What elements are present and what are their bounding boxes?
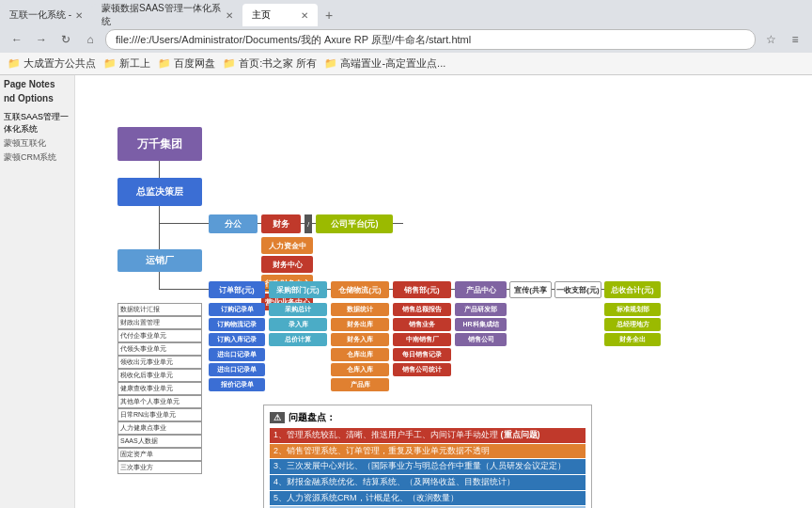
box-caiwu: 财务: [261, 214, 301, 233]
url-box[interactable]: file:///e:/Users/Administrator/Documents…: [105, 29, 756, 50]
box-finance-dept: 分公: [209, 214, 258, 233]
sub-prod-1: 产品研发部: [455, 303, 507, 316]
separator-1: /: [304, 214, 312, 233]
left-list: 数据统计汇报 财政出置管理 代付企事业单元 代领头事业单元 领收出元事业单元 税…: [117, 303, 202, 474]
sub-wh-3: 财务入库: [331, 333, 389, 346]
sub-pur-1: 采购总计: [269, 303, 327, 316]
left-list-item-6: 税收化后事业单元: [117, 369, 202, 382]
sub-sal-5: 销售公司统计: [393, 363, 451, 376]
tab-2-close[interactable]: ✕: [301, 10, 308, 21]
sub-prod-2: HR科集成结: [455, 318, 507, 331]
sub-order-4: 进出口记录单: [209, 348, 265, 361]
box-shouzhib: 一收支部(元): [554, 281, 601, 298]
tab-bar: 互联一化系统 - ✕ 蒙顿数据SAAS管理一体化系统 ✕ 主页 ✕ +: [0, 0, 812, 26]
sub-order-5: 进出口记录单: [209, 363, 265, 376]
box-order: 订单部(元): [209, 281, 265, 298]
left-list-item-1: 数据统计汇报: [117, 303, 202, 316]
sub-order-6: 报价记录单: [209, 378, 265, 391]
sidebar-item-2[interactable]: 蒙顿CRM系统: [4, 151, 70, 164]
bookmark-3[interactable]: 📁 首页:书之家 所有: [223, 56, 317, 71]
bookmark-0[interactable]: 📁 大成置方公共点: [8, 56, 96, 71]
box-director-label: 总监决策层: [136, 185, 183, 198]
new-tab-button[interactable]: +: [318, 4, 340, 26]
bookmark-4[interactable]: 📁 高端置业-高定置业点...: [324, 56, 445, 71]
left-list-item-13: 三次事业方: [117, 461, 202, 474]
sub-order-1: 订购记录单: [209, 303, 265, 316]
tab-1-close[interactable]: ✕: [226, 10, 233, 21]
problem-item-3: 3、三次发展中心对比、（国际事业方与明总合作中重量（人员研发会议定定）: [270, 459, 586, 474]
sidebar: Page Notes nd Options 互联SAAS管理一体化系统 蒙顿互联…: [0, 75, 75, 508]
url-text: file:///e:/Users/Administrator/Documents…: [116, 33, 471, 47]
problem-title-text: 问题盘点：: [289, 411, 336, 424]
sub-wh-6: 产品库: [331, 378, 389, 391]
tab-0-label: 互联一化系统 -: [9, 8, 71, 22]
bookmark-1[interactable]: 📁 新工上: [103, 56, 150, 71]
problem-item-1: 1、管理系统较乱、清晰、推送用户手工、内间订单手动处理 (重点问题): [270, 428, 586, 443]
arrow-2: [159, 206, 160, 223]
box-renli: 人力资金中: [261, 237, 313, 254]
left-list-item-2: 财政出置管理: [117, 316, 202, 329]
sub-prod-3: 销售公司: [455, 333, 507, 346]
sidebar-section-options: nd Options: [4, 93, 70, 103]
left-list-item-10: 人力健康点事业: [117, 421, 202, 435]
left-list-item-5: 领收出元事业单元: [117, 356, 202, 369]
box-xc: 宣传(共享: [509, 281, 552, 298]
box-warehouse: 仓储物流(元): [331, 281, 389, 298]
tab-0-close[interactable]: ✕: [75, 10, 83, 21]
bookmark-2[interactable]: 📁 百度网盘: [158, 56, 215, 71]
browser-chrome: 互联一化系统 - ✕ 蒙顿数据SAAS管理一体化系统 ✕ 主页 ✕ + ← → …: [0, 0, 812, 75]
box-wanqian-label: 万千集团: [137, 136, 182, 152]
arrow-1: [159, 161, 160, 178]
sub-sal-4: 每日销售记录: [393, 348, 451, 361]
left-list-item-4: 代领头事业单元: [117, 342, 202, 356]
tab-1[interactable]: 蒙顿数据SAAS管理一体化系统 ✕: [92, 4, 242, 26]
tab-1-label: 蒙顿数据SAAS管理一体化系统: [102, 2, 222, 28]
left-list-item-9: 日常RN出事业单元: [117, 408, 202, 421]
sub-sum-2: 总经理地方: [604, 318, 661, 331]
sub-wh-4: 仓库出库: [331, 348, 389, 361]
home-button[interactable]: ⌂: [81, 30, 100, 49]
box-director: 总监决策层: [117, 178, 202, 206]
content-area: 万千集团 总监决策层 分公 财务 /: [75, 75, 812, 508]
box-yunxiao: 运销厂: [117, 249, 202, 272]
tab-2-label: 主页: [252, 8, 271, 22]
back-button[interactable]: ←: [8, 30, 26, 49]
left-list-item-8: 其他单个人事业单元: [117, 395, 202, 408]
arrow-4: [159, 272, 160, 289]
sub-order-3: 订购入库记录: [209, 333, 265, 346]
box-sales: 销售部(元): [393, 281, 451, 298]
menu-button[interactable]: ≡: [786, 30, 804, 49]
problem-item-4: 4、财报金融系统优化、结算系统、（及网络收益、目数据统计）: [270, 475, 586, 490]
sidebar-section-notes: Page Notes: [4, 79, 70, 89]
left-list-item-7: 健康查收事业单元: [117, 382, 202, 395]
problem-title: ⚠ 问题盘点：: [270, 411, 586, 424]
sub-pur-2: 录入库: [269, 318, 327, 331]
box-wanqian: 万千集团: [117, 127, 202, 161]
sub-sum-1: 标准规划部: [604, 303, 661, 316]
left-list-item-3: 代付企事业单元: [117, 329, 202, 342]
tab-2[interactable]: 主页 ✕: [242, 4, 318, 26]
box-gongsi: 公司平台(元): [316, 214, 393, 233]
sub-sal-3: 中南销售厂: [393, 333, 451, 346]
arrow-3: [159, 223, 160, 249]
sidebar-item-1[interactable]: 蒙顿互联化: [4, 137, 70, 150]
tab-0[interactable]: 互联一化系统 - ✕: [0, 4, 92, 26]
left-list-item-12: 固定资产单: [117, 448, 202, 461]
bookmark-star[interactable]: ☆: [761, 30, 780, 49]
problem-item-5: 5、人力资源系统CRM，计概是化、（改润数量）: [270, 491, 586, 506]
sub-wh-1: 数据统计: [331, 303, 389, 316]
box-cw-center: 财务中心: [261, 256, 313, 273]
sub-sum-3: 财务全出: [604, 333, 661, 346]
sub-sal-2: 销售业务: [393, 318, 451, 331]
sub-sal-1: 销售总额报告: [393, 303, 451, 316]
address-bar: ← → ↻ ⌂ file:///e:/Users/Administrator/D…: [0, 26, 812, 53]
sidebar-item-0[interactable]: 互联SAAS管理一体化系统: [4, 111, 70, 135]
box-total: 总收合计(元): [604, 281, 661, 298]
forward-button[interactable]: →: [32, 30, 51, 49]
refresh-button[interactable]: ↻: [56, 30, 75, 49]
sub-wh-2: 财务出库: [331, 318, 389, 331]
problem-item-2: 2、销售管理系统、订单管理，重复及事业单元数据不透明: [270, 444, 586, 459]
sub-order-2: 订购物流记录: [209, 318, 265, 331]
sub-wh-5: 仓库入库: [331, 363, 389, 376]
main-area: Page Notes nd Options 互联SAAS管理一体化系统 蒙顿互联…: [0, 75, 812, 508]
